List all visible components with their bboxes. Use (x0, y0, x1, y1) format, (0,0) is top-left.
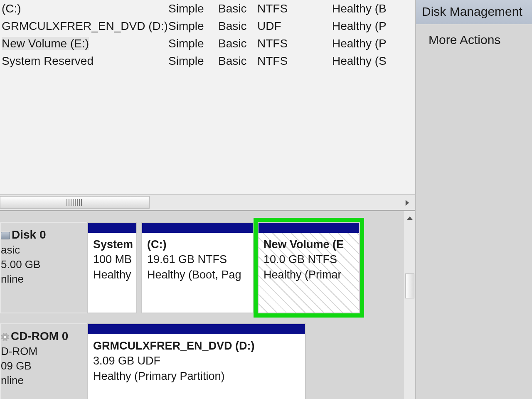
partition-name: GRMCULXFRER_EN_DVD (D:) (93, 338, 300, 353)
actions-pane-header: Disk Management (416, 0, 532, 24)
volume-status: Healthy (P (332, 36, 415, 52)
disk-status: nline (1, 373, 84, 388)
scroll-up-icon[interactable] (404, 213, 415, 224)
volume-name: (C:) (2, 2, 21, 15)
disk-meta-disk0[interactable]: Disk 0 asic 5.00 GB nline (0, 222, 87, 313)
partition-name: System (93, 237, 131, 252)
partition-status: Healthy (Primar (264, 267, 354, 282)
volume-type: Basic (218, 36, 257, 52)
volume-filesystem: NTFS (257, 36, 332, 52)
volume-row[interactable]: System ReservedSimpleBasicNTFSHealthy (S (0, 52, 415, 70)
volume-name: New Volume (E:) (2, 37, 89, 50)
disk-map-pane: Disk 0 asic 5.00 GB nline System 100 MB … (0, 210, 415, 399)
volume-filesystem: NTFS (257, 1, 332, 17)
disk-type: D-ROM (1, 344, 84, 359)
volume-name: System Reserved (2, 54, 94, 67)
partition-size: 3.09 GB UDF (93, 353, 300, 368)
volume-type: Basic (218, 1, 257, 17)
volume-type: Basic (218, 53, 257, 69)
scroll-right-icon[interactable] (402, 197, 413, 208)
disk-row-disk0: Disk 0 asic 5.00 GB nline System 100 MB … (0, 222, 403, 313)
vertical-scrollbar[interactable] (403, 211, 415, 399)
volume-row[interactable]: GRMCULXFRER_EN_DVD (D:)SimpleBasicUDFHea… (0, 17, 415, 35)
disk-row-cdrom: CD-ROM 0 D-ROM 09 GB nline GRMCULXFRER_E… (0, 323, 403, 399)
partition-size: 10.0 GB NTFS (264, 252, 354, 267)
partition-dvd[interactable]: GRMCULXFRER_EN_DVD (D:) 3.09 GB UDF Heal… (87, 323, 306, 399)
disk-size: 5.00 GB (1, 257, 84, 272)
partition-status: Healthy (93, 267, 131, 282)
actions-pane: Disk Management More Actions (416, 0, 532, 399)
partition-c[interactable]: (C:) 19.61 GB NTFS Healthy (Boot, Pag (141, 222, 254, 313)
disk-status: nline (1, 272, 84, 286)
volume-layout: Simple (168, 18, 218, 34)
partition-status: Healthy (Boot, Pag (147, 267, 248, 282)
disk-meta-cdrom[interactable]: CD-ROM 0 D-ROM 09 GB nline (0, 323, 87, 399)
scrollbar-thumb[interactable] (405, 273, 414, 298)
volume-row[interactable]: (C:)SimpleBasicNTFSHealthy (B (0, 0, 415, 17)
partition-name: New Volume (E (264, 237, 354, 252)
volume-status: Healthy (S (332, 53, 415, 69)
more-actions-item[interactable]: More Actions (416, 24, 532, 56)
disk-size: 09 GB (1, 359, 84, 373)
partition-size: 100 MB (93, 252, 131, 267)
volume-status: Healthy (B (332, 1, 415, 17)
scrollbar-thumb[interactable] (0, 196, 150, 209)
disk-title: CD-ROM 0 (11, 330, 68, 342)
volume-filesystem: NTFS (257, 53, 332, 69)
volume-row[interactable]: New Volume (E:)SimpleBasicNTFSHealthy (P (0, 35, 415, 52)
volume-layout: Simple (168, 1, 218, 17)
partition-new-volume[interactable]: New Volume (E 10.0 GB NTFS Healthy (Prim… (258, 222, 360, 313)
partition-name: (C:) (147, 237, 248, 252)
volume-status: Healthy (P (332, 18, 415, 34)
volume-layout: Simple (168, 36, 218, 52)
disk-icon (1, 232, 10, 239)
volume-list[interactable]: (C:)SimpleBasicNTFSHealthy (BGRMCULXFRER… (0, 0, 415, 210)
horizontal-scrollbar[interactable] (0, 194, 415, 210)
partition-size: 19.61 GB NTFS (147, 252, 248, 267)
volume-name: GRMCULXFRER_EN_DVD (D:) (2, 20, 168, 32)
volume-type: Basic (218, 18, 257, 34)
disk-type: asic (1, 243, 84, 257)
cdrom-icon (1, 333, 9, 341)
volume-filesystem: UDF (257, 18, 332, 34)
volume-layout: Simple (168, 53, 218, 69)
disk-title: Disk 0 (12, 228, 46, 241)
partition-status: Healthy (Primary Partition) (93, 369, 300, 384)
partition-system-reserved[interactable]: System 100 MB Healthy (87, 222, 137, 313)
